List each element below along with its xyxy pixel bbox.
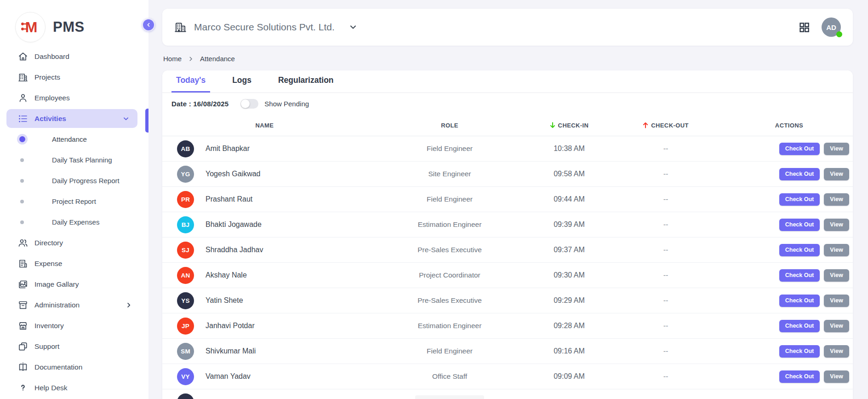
sidebar-item-directory[interactable]: Directory [0,232,148,253]
employee-role: Office Staff [367,372,532,381]
employee-name: Akshay Nale [206,271,247,279]
check-in-time: 09:39 AM [532,220,606,229]
table-row: YS Yatin Shete Pre-Sales Executive 09:29… [162,288,853,313]
column-check-in[interactable]: CHECK-IN [532,122,606,129]
check-out-button[interactable]: Check Out [779,244,820,256]
user-initials: AD [826,23,836,31]
avatar: YG [177,166,194,183]
active-section-accent-bar [145,109,148,133]
sidebar-item-documentation[interactable]: Documentation [0,357,148,377]
check-out-value: -- [606,145,725,153]
sidebar-subitem-project-report[interactable]: Project Report [0,191,148,212]
column-role[interactable]: ROLE [367,122,532,129]
sidebar-item-label: Support [34,342,59,351]
check-out-button[interactable]: Check Out [779,143,820,155]
check-out-button[interactable]: Check Out [779,295,820,307]
avatar: JP [177,318,194,335]
column-check-out[interactable]: CHECK-OUT [606,122,725,129]
sidebar-subitem-daily-task-planning[interactable]: Daily Task Planning [0,150,148,170]
sidebar-subitem-attendance[interactable]: Attendance [0,129,148,150]
check-in-time: 09:09 AM [532,372,606,381]
apps-grid-icon[interactable] [798,21,811,34]
sidebar-item-inventory[interactable]: Inventory [0,315,148,336]
employee-name: Shraddha Jadhav [206,246,263,254]
column-name[interactable]: NAME [162,122,367,129]
view-button[interactable]: View [824,219,849,231]
view-button[interactable]: View [824,370,849,383]
tab-regularization[interactable]: Regularization [274,75,338,93]
breadcrumb-home[interactable]: Home [163,55,182,63]
sidebar-item-help-desk[interactable]: Help Desk [0,377,148,398]
check-out-button[interactable]: Check Out [779,345,820,358]
tab-bar: Today'sLogsRegularization [162,70,853,93]
avatar: YS [177,292,194,309]
view-button[interactable]: View [824,193,849,206]
app-name: PMS [53,19,85,35]
sidebar-collapse-button[interactable] [142,18,155,31]
view-button[interactable]: View [824,244,849,256]
view-button[interactable]: View [824,345,849,358]
sidebar-item-label: Expense [34,260,62,268]
table-row: SJ Shraddha Jadhav Pre-Sales Executive 0… [162,237,853,263]
check-in-time: 09:44 AM [532,195,606,203]
sidebar-item-employees[interactable]: Employees [0,87,148,108]
check-out-button[interactable]: Check Out [779,168,820,180]
bullet-dot-icon [20,158,24,162]
avatar: VY [177,368,194,385]
view-button[interactable]: View [824,320,849,332]
sidebar-item-expense[interactable]: Expense [0,253,148,274]
table-body: AB Amit Bhapkar Field Engineer 10:38 AM … [162,136,853,389]
filter-row: Date : 16/08/2025 Show Pending [162,93,853,115]
check-in-time: 09:30 AM [532,271,606,279]
employee-name: Yatin Shete [206,296,243,305]
check-out-value: -- [606,246,725,254]
chevron-right-icon [188,56,194,62]
sort-down-arrow-icon [550,122,555,128]
show-pending-toggle[interactable] [240,99,258,109]
date-label: Date : 16/08/2025 [171,100,228,108]
sidebar-subitem-daily-progress-report[interactable]: Daily Progress Report [0,170,148,191]
avatar: SM [177,343,194,360]
table-row: PR Prashant Raut Field Engineer 09:44 AM… [162,187,853,212]
sidebar-item-image-gallary[interactable]: Image Gallary [0,274,148,295]
view-button[interactable]: View [824,295,849,307]
sidebar-item-activities[interactable]: Activities [6,109,137,128]
employee-name: Janhavi Potdar [206,322,255,330]
app-logo: M PMS [0,0,148,46]
check-in-time: 09:37 AM [532,246,606,254]
employee-name: Shivkumar Mali [206,347,256,355]
company-selector[interactable]: Marco Secure Solutions Pvt. Ltd. [174,21,358,34]
tab-logs[interactable]: Logs [228,75,256,93]
check-out-button[interactable]: Check Out [779,219,820,231]
sidebar-item-dashboard[interactable]: Dashboard [0,46,148,67]
sidebar-subitem-label: Daily Task Planning [52,156,112,164]
chevron-right-icon [125,301,133,309]
check-out-button[interactable]: Check Out [779,269,820,282]
question-icon [17,382,29,393]
check-out-value: -- [606,170,725,178]
chevron-down-icon [348,23,358,32]
sidebar-item-projects[interactable]: Projects [0,67,148,87]
sidebar-subitem-daily-expenses[interactable]: Daily Expenses [0,212,148,232]
check-out-button[interactable]: Check Out [779,320,820,332]
sidebar-item-administration[interactable]: Administration [0,295,148,315]
check-in-time: 09:58 AM [532,170,606,178]
avatar: BJ [177,216,194,233]
sidebar-subitem-label: Attendance [52,135,87,143]
sidebar-item-support[interactable]: Support [0,336,148,357]
table-row-partial [162,389,853,399]
view-button[interactable]: View [824,168,849,180]
top-header-bar: Marco Secure Solutions Pvt. Ltd. AD [162,9,853,46]
bullet-dot-icon [20,179,24,183]
sidebar-subitem-label: Daily Expenses [52,218,99,226]
check-out-button[interactable]: Check Out [779,193,820,206]
user-avatar[interactable]: AD [822,17,841,37]
tab-today-s[interactable]: Today's [171,75,210,93]
bullet-dot-icon [19,136,25,142]
people-icon [17,237,29,249]
view-button[interactable]: View [824,143,849,155]
logo-mark-icon: M [15,12,46,42]
check-out-button[interactable]: Check Out [779,370,820,383]
employee-name: Amit Bhapkar [206,145,250,153]
view-button[interactable]: View [824,269,849,282]
